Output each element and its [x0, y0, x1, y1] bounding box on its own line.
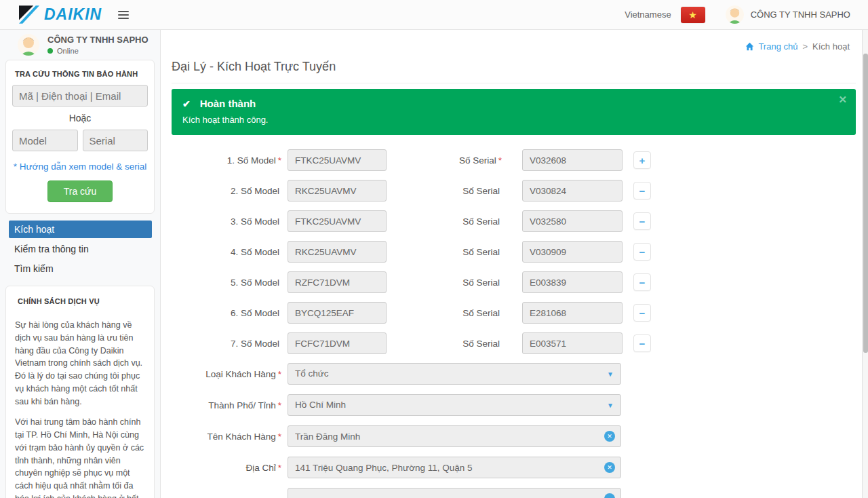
lookup-card-title: TRA CỨU THÔNG TIN BẢO HÀNH [12, 67, 148, 85]
breadcrumb-home-label: Trang chủ [758, 41, 797, 52]
lookup-code-input[interactable] [12, 85, 148, 107]
serial-label: Số Serial [387, 308, 502, 318]
activation-form: 1. Số Model* Số Serial* + 2. Số Model Số… [172, 149, 856, 498]
model-input[interactable] [288, 210, 387, 232]
policy-card-title: CHÍNH SÁCH DỊCH VỤ [15, 294, 145, 312]
daikin-logo-text: DAIKIN [44, 5, 102, 24]
serial-label: Số Serial [387, 277, 502, 288]
model-input[interactable] [288, 149, 387, 171]
lookup-submit-button[interactable]: Tra cứu [47, 180, 113, 202]
policy-paragraph: Sự hài lòng của khách hàng về dịch vụ sa… [15, 319, 145, 408]
online-status-label: Online [57, 47, 79, 55]
check-icon: ✔ [182, 98, 191, 109]
model-label: 7. Số Model [172, 339, 281, 349]
serial-label: Số Serial [387, 216, 502, 227]
warranty-lookup-card: TRA CỨU THÔNG TIN BẢO HÀNH Hoặc * Hướng … [5, 60, 155, 214]
lookup-model-input[interactable] [12, 130, 78, 151]
remove-row-button[interactable]: − [633, 243, 651, 261]
policy-paragraph: Với hai trung tâm bảo hành chính tại TP.… [15, 416, 145, 498]
serial-label: Số Serial [387, 339, 502, 349]
remove-row-button[interactable]: − [633, 334, 651, 352]
model-input[interactable] [288, 241, 387, 263]
remove-row-button[interactable]: − [633, 182, 651, 199]
model-input[interactable] [288, 302, 387, 324]
model-serial-row: 2. Số Model Số Serial − [172, 180, 856, 202]
city-select[interactable]: Hồ Chí Minh [288, 394, 621, 416]
partial-input[interactable] [288, 488, 621, 498]
model-serial-row: 7. Số Model Số Serial − [172, 332, 856, 354]
model-serial-guide-link[interactable]: * Hướng dẫn xem model & serial [12, 161, 148, 172]
model-input[interactable] [288, 180, 387, 202]
serial-input[interactable] [522, 302, 623, 324]
customer-name-label: Tên Khách Hàng* [172, 432, 281, 442]
address-label: Địa Chỉ* [172, 463, 281, 473]
model-serial-row: 4. Số Model Số Serial − [172, 241, 856, 263]
sidebar-item-search[interactable]: Tìm kiếm [9, 260, 152, 277]
daikin-logo-mark [19, 5, 39, 24]
breadcrumb-separator: > [802, 41, 808, 52]
language-label[interactable]: Vietnamese [625, 9, 671, 20]
serial-input[interactable] [522, 241, 623, 263]
home-icon [745, 42, 754, 51]
model-label: 3. Số Model [172, 216, 281, 227]
breadcrumb-home-link[interactable]: Trang chủ [745, 41, 797, 52]
model-label: 1. Số Model* [172, 155, 281, 166]
hamburger-icon[interactable] [118, 9, 129, 21]
alert-message: Kích hoạt thành công. [182, 115, 845, 125]
vietnam-flag-icon[interactable]: ★ [681, 7, 705, 23]
alert-close-icon[interactable]: ✕ [838, 94, 847, 106]
remove-row-button[interactable]: − [633, 212, 651, 230]
sidebar-user-name: CÔNG TY TNHH SAPHO [47, 35, 149, 45]
or-label: Hoặc [12, 113, 148, 123]
add-row-button[interactable]: + [633, 151, 651, 169]
model-label: 6. Số Model [172, 308, 281, 318]
sidebar-item-activate[interactable]: Kích hoạt [9, 221, 152, 238]
customer-name-row: Tên Khách Hàng* ✕ [172, 425, 856, 447]
sidebar: CÔNG TY TNHH SAPHO Online TRA CỨU THÔNG … [0, 30, 161, 498]
address-row: Địa Chỉ* ✕ [172, 457, 856, 478]
serial-input[interactable] [522, 180, 623, 202]
partial-row [172, 488, 856, 498]
remove-row-button[interactable]: − [633, 273, 651, 291]
lookup-serial-input[interactable] [83, 130, 149, 151]
serial-input[interactable] [522, 210, 623, 232]
customer-type-row: Loại Khách Hàng* Tổ chức ▼ [172, 363, 856, 385]
sidebar-menu: Kích hoạt Kiểm tra thông tin Tìm kiếm [0, 221, 160, 277]
model-label: 5. Số Model [172, 277, 281, 288]
scrollbar-thumb[interactable] [863, 54, 868, 353]
customer-name-input[interactable] [288, 425, 621, 447]
serial-label: Số Serial* [387, 155, 502, 166]
serial-label: Số Serial [387, 247, 502, 257]
service-policy-card: CHÍNH SÁCH DỊCH VỤ Sự hài lòng của khách… [5, 286, 155, 498]
top-user-name[interactable]: CÔNG TY TNHH SAPHO [751, 9, 850, 20]
model-serial-row: 6. Số Model Số Serial − [172, 302, 856, 324]
serial-input[interactable] [522, 149, 623, 171]
alert-title: Hoàn thành [200, 98, 256, 109]
clear-icon[interactable]: ✕ [604, 431, 615, 442]
sidebar-avatar [18, 34, 39, 56]
customer-type-select[interactable]: Tổ chức [288, 363, 621, 385]
vertical-scrollbar[interactable] [862, 30, 868, 498]
user-avatar[interactable] [726, 5, 744, 24]
remove-row-button[interactable]: − [633, 304, 651, 322]
model-label: 2. Số Model [172, 186, 281, 196]
address-input[interactable] [288, 457, 621, 478]
model-input[interactable] [288, 271, 387, 293]
daikin-logo[interactable]: DAIKIN [0, 5, 102, 24]
serial-input[interactable] [522, 271, 623, 293]
clear-icon[interactable]: ✕ [604, 462, 615, 473]
breadcrumb-current: Kích hoạt [812, 41, 850, 52]
city-row: Thành Phố/ Tỉnh* Hồ Chí Minh ▼ [172, 394, 856, 416]
serial-input[interactable] [522, 332, 623, 354]
online-status-dot [47, 48, 53, 54]
serial-label: Số Serial [387, 186, 502, 196]
sidebar-item-check-info[interactable]: Kiểm tra thông tin [9, 240, 152, 258]
city-label: Thành Phố/ Tỉnh* [172, 400, 281, 410]
success-alert: ✔ Hoàn thành Kích hoạt thành công. ✕ [172, 89, 856, 135]
model-label: 4. Số Model [172, 247, 281, 257]
flag-star: ★ [688, 10, 697, 20]
model-serial-row: 1. Số Model* Số Serial* + [172, 149, 856, 171]
model-input[interactable] [288, 332, 387, 354]
model-serial-row: 5. Số Model Số Serial − [172, 271, 856, 293]
breadcrumb: Trang chủ > Kích hoạt [745, 41, 850, 52]
